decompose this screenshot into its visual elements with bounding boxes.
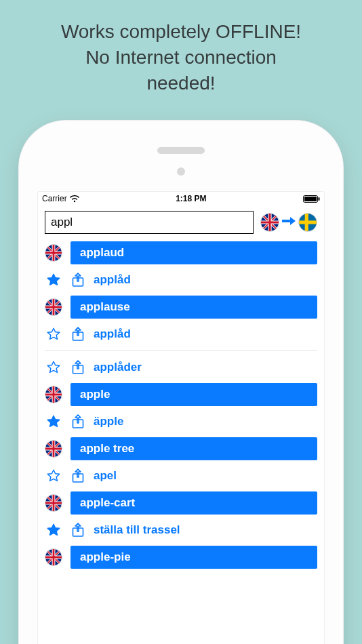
share-icon[interactable] [71, 327, 85, 342]
language-switch[interactable] [260, 213, 317, 232]
word-header-row[interactable]: apple-pie [38, 544, 324, 571]
wifi-icon [70, 195, 79, 203]
word-header-row[interactable]: applaud [38, 239, 324, 266]
translation-word: applåd [94, 273, 131, 287]
svg-rect-34 [73, 332, 83, 340]
translation-word: applåder [94, 361, 142, 374]
translation-row[interactable]: applåder [38, 354, 324, 381]
svg-rect-14 [305, 214, 308, 231]
arrow-right-icon [282, 216, 296, 229]
translation-row[interactable]: applåd [38, 266, 324, 294]
word-label: apple [71, 383, 317, 406]
star-outline-icon[interactable] [45, 359, 62, 376]
promo-line-3: needed! [14, 71, 348, 96]
translation-row[interactable]: apel [38, 462, 324, 489]
share-icon[interactable] [71, 273, 85, 287]
svg-rect-24 [73, 278, 83, 286]
promo-line-1: Works completely OFFLINE! [14, 19, 348, 45]
word-header-row[interactable]: apple tree [38, 435, 324, 462]
translation-word: applåd [94, 327, 131, 341]
translation-word: apel [94, 469, 117, 483]
uk-flag-icon [45, 244, 62, 262]
status-right [303, 195, 320, 203]
svg-rect-2 [319, 197, 320, 201]
share-icon[interactable] [71, 414, 85, 429]
word-label: apple-pie [71, 546, 317, 569]
word-header-row[interactable]: apple-cart [38, 489, 324, 517]
svg-rect-35 [73, 365, 83, 374]
results-list[interactable]: applaudapplådapplauseapplådapplåderapple… [38, 239, 324, 571]
share-icon[interactable] [71, 468, 85, 483]
word-label: apple-cart [71, 491, 317, 515]
phone-screen: Carrier 1:18 PM [37, 191, 325, 644]
battery-icon [303, 195, 320, 203]
share-icon[interactable] [71, 523, 85, 538]
uk-flag-icon [45, 494, 62, 512]
word-label: applaud [71, 241, 317, 264]
search-input[interactable] [45, 211, 254, 234]
search-row [38, 205, 324, 239]
translation-row[interactable]: äpple [38, 408, 324, 435]
svg-rect-55 [73, 474, 83, 482]
status-left: Carrier [42, 194, 79, 203]
flag-from-icon [260, 213, 279, 232]
star-outline-icon[interactable] [45, 325, 62, 343]
status-time: 1:18 PM [176, 194, 206, 203]
translation-word: ställa till trassel [94, 523, 180, 537]
word-header-row[interactable]: apple [38, 381, 324, 408]
translation-word: äpple [94, 415, 123, 428]
word-label: apple tree [71, 437, 317, 460]
svg-rect-65 [73, 528, 83, 536]
carrier-label: Carrier [42, 194, 67, 203]
share-icon[interactable] [71, 360, 85, 375]
star-filled-icon[interactable] [45, 271, 62, 289]
translation-row[interactable]: applåd [38, 321, 324, 348]
word-label: applause [71, 296, 317, 319]
uk-flag-icon [45, 440, 62, 458]
translation-row[interactable]: ställa till trassel [38, 517, 324, 544]
promo-text: Works completely OFFLINE! No Internet co… [0, 0, 362, 105]
svg-rect-45 [73, 420, 83, 428]
star-outline-icon[interactable] [45, 467, 62, 485]
svg-rect-1 [304, 197, 317, 201]
star-filled-icon[interactable] [45, 413, 62, 430]
phone-frame: Carrier 1:18 PM [18, 120, 344, 644]
uk-flag-icon [45, 298, 62, 316]
status-bar: Carrier 1:18 PM [38, 192, 324, 205]
flag-to-icon [298, 213, 317, 232]
uk-flag-icon [45, 548, 62, 566]
uk-flag-icon [45, 386, 62, 403]
divider [45, 350, 317, 351]
word-header-row[interactable]: applause [38, 294, 324, 321]
promo-line-2: No Internet connection [14, 45, 348, 71]
star-filled-icon[interactable] [45, 521, 62, 539]
